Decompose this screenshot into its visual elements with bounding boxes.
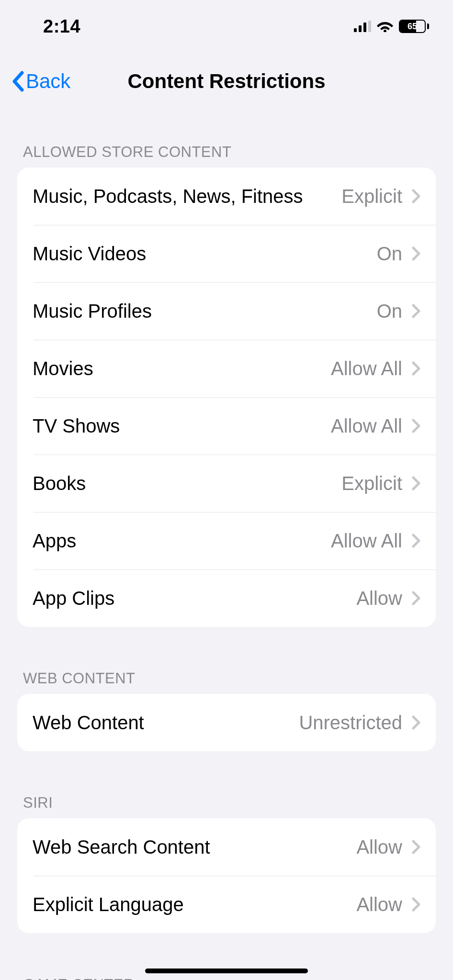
status-bar: 2:14 65	[0, 0, 453, 53]
row-apps[interactable]: Apps Allow All	[17, 512, 436, 569]
chevron-right-icon	[412, 189, 420, 203]
row-value: On	[377, 301, 402, 322]
row-music-videos[interactable]: Music Videos On	[17, 225, 436, 282]
chevron-left-icon	[11, 71, 25, 92]
status-time: 2:14	[43, 16, 80, 37]
home-indicator[interactable]	[145, 969, 308, 973]
row-label: Movies	[33, 358, 323, 379]
chevron-right-icon	[412, 361, 420, 376]
row-value: Allow All	[331, 530, 402, 552]
row-value: Allow	[356, 894, 402, 915]
back-button[interactable]: Back	[11, 70, 70, 93]
row-label: Music Profiles	[33, 301, 369, 322]
section-header-siri: SIRI	[0, 751, 453, 818]
section-header-store: ALLOWED STORE CONTENT	[0, 110, 453, 167]
row-value: Allow	[356, 836, 402, 858]
row-value: Unrestricted	[299, 712, 402, 734]
row-movies[interactable]: Movies Allow All	[17, 340, 436, 397]
chevron-right-icon	[412, 840, 420, 854]
row-tv-shows[interactable]: TV Shows Allow All	[17, 397, 436, 455]
row-music-profiles[interactable]: Music Profiles On	[17, 282, 436, 340]
status-icons: 65	[354, 20, 429, 33]
row-label: Books	[33, 473, 334, 494]
row-label: Music, Podcasts, News, Fitness	[33, 186, 334, 207]
chevron-right-icon	[412, 534, 420, 548]
svg-point-4	[384, 30, 386, 32]
row-label: TV Shows	[33, 415, 323, 437]
nav-bar: Back Content Restrictions	[0, 53, 453, 110]
cellular-icon	[354, 21, 371, 32]
battery-icon: 65	[399, 20, 429, 33]
row-web-content[interactable]: Web Content Unrestricted	[17, 694, 436, 751]
row-label: Apps	[33, 530, 323, 552]
chevron-right-icon	[412, 304, 420, 318]
row-value: Allow All	[331, 415, 402, 437]
wifi-icon	[377, 21, 393, 32]
row-app-clips[interactable]: App Clips Allow	[17, 569, 436, 627]
svg-rect-0	[354, 28, 357, 32]
settings-list[interactable]: ALLOWED STORE CONTENT Music, Podcasts, N…	[0, 110, 453, 980]
row-books[interactable]: Books Explicit	[17, 455, 436, 512]
group-siri: Web Search Content Allow Explicit Langua…	[17, 818, 436, 933]
svg-rect-1	[359, 25, 362, 32]
chevron-right-icon	[412, 246, 420, 261]
svg-rect-2	[363, 22, 366, 32]
row-music-podcasts-news-fitness[interactable]: Music, Podcasts, News, Fitness Explicit	[17, 167, 436, 225]
back-label: Back	[26, 70, 70, 93]
row-label: Web Content	[33, 712, 291, 734]
svg-rect-3	[368, 21, 371, 32]
group-store: Music, Podcasts, News, Fitness Explicit …	[17, 167, 436, 627]
row-label: Music Videos	[33, 243, 369, 265]
row-web-search-content[interactable]: Web Search Content Allow	[17, 818, 436, 876]
section-header-web: WEB CONTENT	[0, 627, 453, 694]
group-web: Web Content Unrestricted	[17, 694, 436, 751]
chevron-right-icon	[412, 591, 420, 605]
row-value: Allow All	[331, 358, 402, 379]
row-explicit-language[interactable]: Explicit Language Allow	[17, 876, 436, 933]
chevron-right-icon	[412, 715, 420, 730]
row-value: Explicit	[341, 473, 402, 494]
chevron-right-icon	[412, 476, 420, 490]
row-label: Web Search Content	[33, 836, 349, 858]
row-value: Allow	[356, 588, 402, 609]
chevron-right-icon	[412, 419, 420, 433]
row-value: Explicit	[341, 186, 402, 207]
row-label: App Clips	[33, 588, 349, 609]
row-value: On	[377, 243, 402, 265]
row-label: Explicit Language	[33, 894, 349, 915]
chevron-right-icon	[412, 897, 420, 912]
